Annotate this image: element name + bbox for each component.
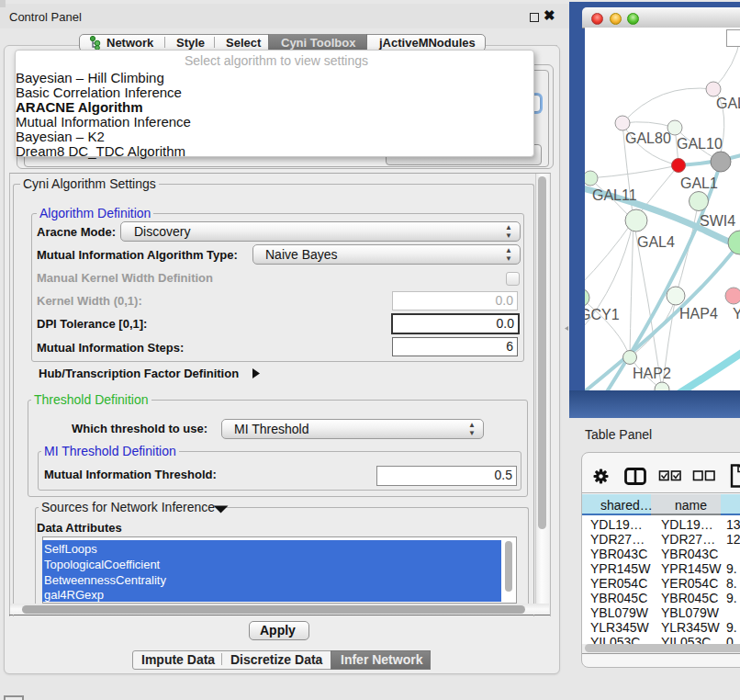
svg-text:Y: Y (733, 306, 740, 322)
svg-text:GAL11: GAL11 (592, 187, 637, 203)
svg-text:GAL7: GAL7 (716, 96, 740, 111)
svg-text:GAL4: GAL4 (637, 234, 675, 250)
svg-text:GAL10: GAL10 (677, 136, 723, 152)
svg-text:SWI4: SWI4 (700, 213, 735, 229)
svg-text:GAL80: GAL80 (625, 130, 671, 146)
svg-text:HAP4: HAP4 (679, 306, 718, 322)
svg-text:HAP2: HAP2 (633, 366, 671, 381)
svg-text:GAL1: GAL1 (680, 175, 718, 191)
svg-text:GCY1: GCY1 (585, 307, 620, 322)
